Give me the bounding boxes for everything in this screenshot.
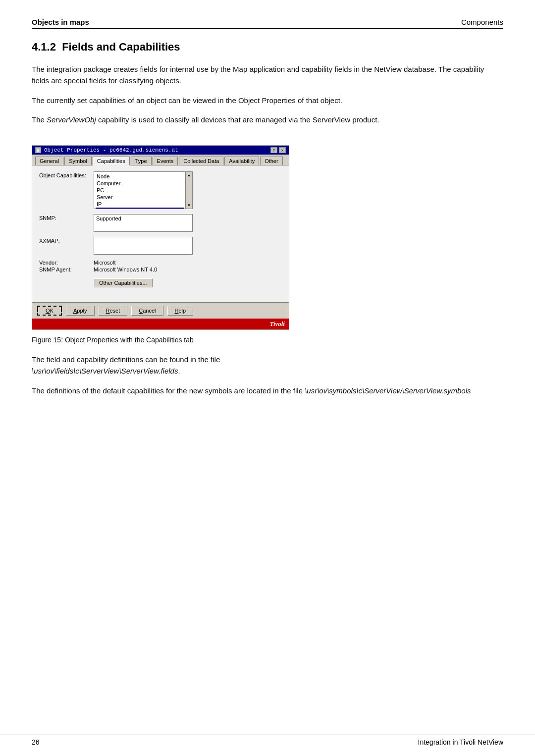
dialog-title: Object Properties - pc6642.gud.siemens.a…	[44, 147, 178, 153]
capabilities-list: Node Computer PC Server IP ServerViewObj	[96, 173, 191, 209]
cap-item-computer[interactable]: Computer	[96, 180, 184, 187]
tab-other[interactable]: Other	[260, 157, 283, 165]
close-icon-btn[interactable]: ✕	[279, 147, 286, 153]
header-right: Components	[461, 18, 503, 26]
cap-item-ip[interactable]: IP	[96, 201, 184, 208]
cancel-button[interactable]: Cancel	[131, 306, 163, 316]
apply-button[interactable]: Apply	[66, 306, 95, 316]
paragraph-2: The currently set capabilities of an obj…	[32, 95, 503, 106]
paragraph-5: The definitions of the default capabilit…	[32, 385, 503, 396]
tab-events[interactable]: Events	[153, 157, 178, 165]
scroll-up-arrow[interactable]: ▲	[187, 172, 191, 178]
header-left: Objects in maps	[32, 18, 89, 26]
footer-doc-title: Integration in Tivoli NetView	[418, 738, 504, 746]
help-button[interactable]: Help	[167, 306, 194, 316]
paragraph-3: The ServerViewObj capability is used to …	[32, 114, 503, 125]
cap-item-pc[interactable]: PC	[96, 187, 184, 194]
tab-general[interactable]: General	[35, 157, 63, 165]
paragraph-4: The field and capability definitions can…	[32, 354, 503, 377]
other-capabilities-button[interactable]: Other Capabilities...	[94, 278, 153, 287]
tivoli-brand: Tivoli	[32, 319, 289, 329]
dialog-tabs: General Symbol Capabilities Type Events …	[32, 155, 289, 165]
vendor-row: Vendor: Microsoft	[39, 260, 282, 266]
tab-collected-data[interactable]: Collected Data	[179, 157, 223, 165]
snmp-row: SNMP: Supported	[39, 214, 282, 232]
cap-item-server[interactable]: Server	[96, 194, 184, 201]
snmp-agent-row: SNMP Agent: Microsoft Windows NT 4.0	[39, 267, 282, 272]
object-capabilities-row: Object Capabilities: Node Computer PC Se…	[39, 171, 282, 209]
tab-capabilities[interactable]: Capabilities	[93, 157, 130, 165]
tab-availability[interactable]: Availability	[224, 157, 259, 165]
cap-item-serverviewobj[interactable]: ServerViewObj	[96, 208, 184, 209]
cap-item-node[interactable]: Node	[96, 173, 184, 180]
snmp-agent-value: Microsoft Windows NT 4.0	[94, 267, 157, 272]
tab-type[interactable]: Type	[131, 157, 152, 165]
scroll-down-arrow[interactable]: ▼	[187, 202, 191, 209]
xxmap-row: XXMAP:	[39, 237, 282, 255]
dialog-buttons: OK Apply Reset Cancel Help	[32, 302, 289, 319]
xxmap-label: XXMAP:	[39, 237, 94, 244]
dialog-icon: ■	[35, 147, 41, 153]
paragraph-1: The integration package creates fields f…	[32, 63, 503, 87]
listbox-scrollbar[interactable]: ▲ ▼	[185, 172, 192, 209]
help-icon-btn[interactable]: ?	[270, 147, 277, 153]
object-capabilities-label: Object Capabilities:	[39, 171, 94, 178]
snmp-textbox[interactable]: Supported	[94, 214, 193, 232]
dialog-screenshot: ■ Object Properties - pc6642.gud.siemens…	[32, 145, 289, 330]
dialog-titlebar: ■ Object Properties - pc6642.gud.siemens…	[32, 146, 289, 155]
vendor-value: Microsoft	[94, 260, 116, 266]
reset-button[interactable]: Reset	[99, 306, 128, 316]
vendor-section: Vendor: Microsoft SNMP Agent: Microsoft …	[39, 260, 282, 272]
snmp-value: Supported	[96, 216, 121, 221]
ok-button[interactable]: OK	[37, 306, 62, 316]
titlebar-buttons[interactable]: ? ✕	[270, 147, 286, 153]
figure-caption: Figure 15: Object Properties with the Ca…	[32, 336, 503, 344]
snmp-label: SNMP:	[39, 214, 94, 221]
tab-symbol[interactable]: Symbol	[64, 157, 92, 165]
object-capabilities-listbox[interactable]: Node Computer PC Server IP ServerViewObj…	[94, 171, 193, 209]
vendor-label: Vendor:	[39, 260, 94, 266]
page-footer: 26 Integration in Tivoli NetView	[0, 735, 535, 746]
footer-page-number: 26	[32, 738, 40, 746]
page-header: Objects in maps Components	[32, 18, 503, 29]
dialog-body: Object Capabilities: Node Computer PC Se…	[32, 165, 289, 302]
snmp-agent-label: SNMP Agent:	[39, 267, 94, 272]
xxmap-textbox[interactable]	[94, 237, 193, 255]
section-title: 4.1.2 Fields and Capabilities	[32, 41, 503, 54]
titlebar-left: ■ Object Properties - pc6642.gud.siemens…	[35, 147, 178, 153]
